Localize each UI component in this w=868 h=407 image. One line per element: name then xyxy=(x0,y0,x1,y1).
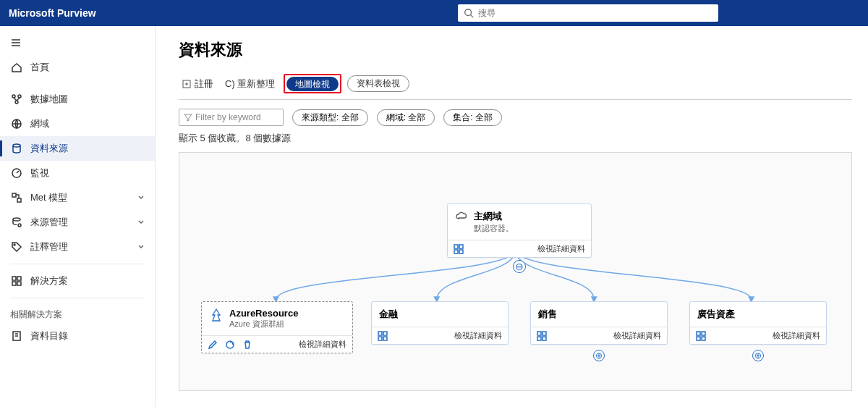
globe-icon xyxy=(10,117,23,130)
svg-point-5 xyxy=(12,95,15,98)
chevron-down-icon xyxy=(137,217,145,228)
filter-source-type[interactable]: 來源類型: 全部 xyxy=(292,109,368,126)
sidebar-item-catalog[interactable]: 資料目錄 xyxy=(0,324,155,348)
settings-db-icon xyxy=(10,216,23,229)
expand-button[interactable]: ⊕ xyxy=(752,350,764,361)
sidebar-item-domain[interactable]: 網域 xyxy=(0,112,155,136)
svg-rect-34 xyxy=(542,337,546,340)
filter-domain[interactable]: 網域: 全部 xyxy=(377,109,435,126)
sidebar-item-label: 註釋管理 xyxy=(30,240,68,253)
view-details-link[interactable]: 檢視詳細資料 xyxy=(613,330,661,341)
azure-icon xyxy=(209,308,224,325)
svg-rect-25 xyxy=(459,250,463,253)
tag-icon xyxy=(10,240,23,253)
sidebar: 首頁 數據地圖 網域 資料來源 監視 Met 模型 來源管理 xyxy=(0,26,156,407)
map-view-highlight: 地圖檢視 xyxy=(284,74,341,93)
view-details-link[interactable]: 檢視詳細資料 xyxy=(537,243,585,254)
svg-rect-19 xyxy=(17,282,21,285)
svg-rect-31 xyxy=(537,332,541,335)
catalog-icon xyxy=(10,330,23,343)
table-view-tab[interactable]: 资料表檢視 xyxy=(347,75,409,92)
svg-rect-29 xyxy=(378,337,382,340)
svg-point-13 xyxy=(13,218,20,221)
expand-button[interactable]: ⊕ xyxy=(593,350,605,361)
node-ads[interactable]: 廣告資產 檢視詳細資料 xyxy=(689,301,827,345)
sidebar-item-solutions[interactable]: 解決方案 xyxy=(0,269,155,293)
sidebar-item-label: 首頁 xyxy=(30,61,49,74)
svg-rect-18 xyxy=(12,282,16,285)
sidebar-related-heading: 相關解決方案 xyxy=(0,303,155,324)
edit-icon[interactable] xyxy=(208,340,218,350)
sidebar-item-label: 資料目錄 xyxy=(30,330,68,343)
node-finance[interactable]: 金融 檢視詳細資料 xyxy=(371,301,509,345)
node-sales[interactable]: 銷售 檢視詳細資料 xyxy=(530,301,668,345)
grid-icon[interactable] xyxy=(378,331,388,341)
node-title: 主網域 xyxy=(474,210,514,223)
sidebar-item-annotation[interactable]: 註釋管理 xyxy=(0,235,155,259)
sidebar-item-source-mgmt[interactable]: 來源管理 xyxy=(0,210,155,235)
register-button[interactable]: 註冊 xyxy=(179,76,216,92)
view-details-link[interactable]: 檢視詳細資料 xyxy=(454,330,502,341)
sidebar-item-label: 網域 xyxy=(30,117,49,130)
svg-rect-12 xyxy=(17,198,21,202)
node-title: 金融 xyxy=(379,308,398,321)
sidebar-item-metamodel[interactable]: Met 模型 xyxy=(0,185,155,210)
svg-rect-22 xyxy=(454,245,458,248)
sidebar-item-datamap[interactable]: 數據地圖 xyxy=(0,87,155,112)
sidebar-item-label: 解決方案 xyxy=(30,274,68,288)
chevron-down-icon xyxy=(137,193,145,204)
filter-collection[interactable]: 集合: 全部 xyxy=(443,109,502,126)
hamburger-button[interactable] xyxy=(0,30,155,55)
map-view-tab[interactable]: 地圖檢視 xyxy=(286,77,339,91)
svg-rect-17 xyxy=(17,277,21,280)
node-title: AzureResource xyxy=(229,308,298,319)
svg-point-0 xyxy=(464,9,471,16)
sidebar-item-sources[interactable]: 資料來源 xyxy=(0,136,155,161)
svg-point-6 xyxy=(18,95,21,98)
search-input[interactable] xyxy=(478,8,712,18)
sidebar-item-label: 數據地圖 xyxy=(30,93,68,106)
node-subtitle: Azure 資源群組 xyxy=(229,319,298,330)
svg-rect-32 xyxy=(542,332,546,335)
svg-point-7 xyxy=(15,101,18,104)
svg-rect-28 xyxy=(383,332,387,335)
map-canvas[interactable]: 主網域 默認容器。 檢視詳細資料 ⊖ AzureResource Azure 資… xyxy=(179,152,852,391)
map-icon xyxy=(10,93,23,106)
search-icon xyxy=(464,8,474,18)
view-details-link[interactable]: 檢視詳細資料 xyxy=(299,339,346,350)
delete-icon[interactable] xyxy=(242,340,252,350)
brand: Microsoft Purview xyxy=(9,7,96,19)
sidebar-item-label: Met 模型 xyxy=(30,191,67,204)
svg-rect-30 xyxy=(383,337,387,340)
scan-icon[interactable] xyxy=(225,340,235,350)
toolbar: 註冊 C) 重新整理 地圖檢視 资料表檢視 xyxy=(179,74,852,100)
grid-icon[interactable] xyxy=(696,331,706,341)
collapse-button[interactable]: ⊖ xyxy=(513,260,526,273)
global-search[interactable] xyxy=(458,4,718,22)
node-title: 廣告資產 xyxy=(697,308,735,321)
svg-point-9 xyxy=(13,144,20,147)
model-icon xyxy=(10,191,23,204)
view-details-link[interactable]: 檢視詳細資料 xyxy=(773,330,820,341)
svg-point-14 xyxy=(18,224,21,227)
home-icon xyxy=(10,61,23,74)
grid-icon[interactable] xyxy=(537,331,547,341)
filter-keyword-input[interactable]: Filter by keyword xyxy=(179,109,284,126)
filter-icon xyxy=(184,113,192,122)
svg-rect-36 xyxy=(702,332,705,335)
svg-point-15 xyxy=(14,244,15,246)
refresh-button[interactable]: C) 重新整理 xyxy=(222,76,278,92)
node-root[interactable]: 主網域 默認容器。 檢視詳細資料 xyxy=(447,204,592,258)
grid-icon[interactable] xyxy=(454,244,464,254)
filter-bar: Filter by keyword 來源類型: 全部 網域: 全部 集合: 全部 xyxy=(179,109,852,126)
sidebar-item-home[interactable]: 首頁 xyxy=(0,55,155,80)
sidebar-item-monitor[interactable]: 監視 xyxy=(0,161,155,185)
cloud-icon xyxy=(455,210,468,226)
svg-rect-38 xyxy=(702,337,705,340)
register-icon xyxy=(182,79,192,89)
node-azure-resource[interactable]: AzureResource Azure 資源群組 檢視詳細資料 xyxy=(201,301,353,353)
svg-rect-33 xyxy=(537,337,541,340)
svg-rect-27 xyxy=(378,332,382,335)
svg-rect-35 xyxy=(697,332,700,335)
sidebar-item-label: 資料來源 xyxy=(30,142,68,155)
